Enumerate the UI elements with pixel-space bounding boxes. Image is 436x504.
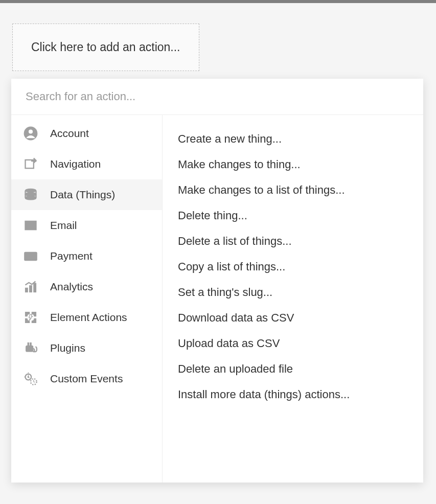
- payment-icon: [22, 249, 39, 263]
- navigation-icon: [22, 157, 39, 171]
- action-item[interactable]: Install more data (things) actions...: [178, 382, 408, 407]
- category-label: Custom Events: [50, 373, 123, 385]
- action-selector-panel: Account Navigation Data (Things): [11, 79, 423, 483]
- database-icon: [22, 188, 39, 202]
- svg-rect-11: [30, 286, 32, 292]
- add-action-button[interactable]: Click here to add an action...: [12, 24, 199, 71]
- action-item[interactable]: Upload data as CSV: [178, 331, 408, 356]
- svg-point-5: [26, 196, 36, 199]
- element-actions-icon: [22, 310, 39, 325]
- action-item[interactable]: Download data as CSV: [178, 305, 408, 331]
- search-row: [11, 79, 423, 115]
- category-label: Payment: [50, 250, 93, 262]
- svg-point-3: [26, 189, 36, 192]
- category-label: Plugins: [50, 342, 85, 354]
- category-label: Element Actions: [50, 311, 127, 324]
- svg-rect-12: [34, 283, 36, 292]
- account-icon: [22, 126, 39, 141]
- category-label: Navigation: [50, 158, 101, 170]
- svg-rect-10: [26, 288, 28, 292]
- category-plugins[interactable]: Plugins: [11, 333, 162, 363]
- category-payment[interactable]: Payment: [11, 241, 162, 271]
- category-analytics[interactable]: Analytics: [11, 271, 162, 302]
- panel-body: Account Navigation Data (Things): [11, 115, 423, 483]
- action-item[interactable]: Delete a list of things...: [178, 228, 408, 254]
- plugins-icon: [22, 341, 39, 355]
- svg-point-17: [28, 376, 29, 377]
- category-data-things[interactable]: Data (Things): [11, 179, 162, 210]
- custom-events-icon: [22, 372, 39, 386]
- category-label: Data (Things): [50, 189, 115, 201]
- action-item[interactable]: Make changes to thing...: [178, 152, 408, 177]
- category-list: Account Navigation Data (Things): [11, 115, 163, 483]
- action-item[interactable]: Copy a list of things...: [178, 254, 408, 280]
- actions-list: Create a new thing... Make changes to th…: [163, 115, 423, 483]
- category-label: Account: [50, 127, 89, 140]
- action-item[interactable]: Make changes to a list of things...: [178, 177, 408, 203]
- search-input[interactable]: [26, 90, 409, 103]
- category-email[interactable]: Email: [11, 210, 162, 241]
- category-label: Analytics: [50, 281, 93, 293]
- email-icon: [22, 218, 39, 233]
- category-navigation[interactable]: Navigation: [11, 149, 162, 179]
- category-element-actions[interactable]: Element Actions: [11, 302, 162, 333]
- svg-rect-15: [30, 343, 31, 347]
- category-account[interactable]: Account: [11, 118, 162, 149]
- action-item[interactable]: Create a new thing...: [178, 126, 408, 152]
- svg-point-1: [28, 129, 33, 134]
- category-custom-events[interactable]: Custom Events: [11, 363, 162, 394]
- svg-rect-14: [28, 343, 29, 347]
- action-item[interactable]: Set a thing's slug...: [178, 280, 408, 305]
- analytics-icon: [22, 280, 39, 294]
- svg-rect-13: [26, 346, 33, 352]
- action-item[interactable]: Delete an uploaded file: [178, 356, 408, 382]
- svg-point-4: [26, 192, 36, 196]
- category-label: Email: [50, 219, 77, 232]
- add-action-label: Click here to add an action...: [31, 40, 180, 54]
- action-item[interactable]: Delete thing...: [178, 203, 408, 228]
